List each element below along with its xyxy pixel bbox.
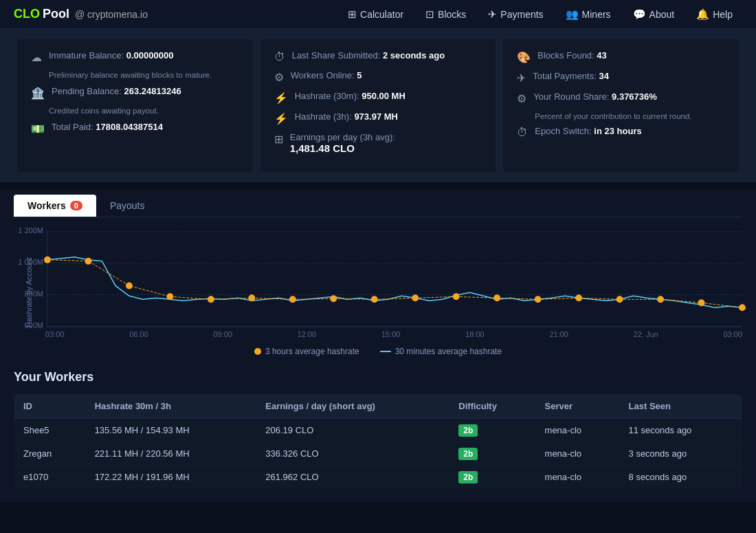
worker-last-seen: 8 seconds ago — [619, 466, 742, 489]
immature-sub: Preliminary balance awaiting blocks to m… — [31, 71, 239, 79]
col-server: Server — [535, 394, 619, 419]
worker-server: mena-clo — [535, 419, 619, 442]
table-row: Zregan 221.11 MH / 220.56 MH 336.326 CLO… — [14, 442, 742, 466]
logo: CLO Pool @ cryptomena.io — [14, 7, 148, 21]
worker-hashrate: 172.22 MH / 191.96 MH — [85, 466, 256, 489]
last-share-row: ⏱ Last Share Submitted: 2 seconds ago — [274, 50, 482, 63]
legend-3h: 3 hours average hashrate — [254, 347, 359, 356]
nav-items: ⊞ Calculator ⊡ Blocks ✈ Payments 👥 Miner… — [338, 4, 742, 25]
worker-id: Shee5 — [14, 419, 85, 442]
worker-difficulty: 2b — [449, 419, 535, 442]
worker-server: mena-clo — [535, 442, 619, 466]
worker-id: e1070 — [14, 466, 85, 489]
worker-difficulty: 2b — [449, 442, 535, 466]
worker-earnings: 261.962 CLO — [256, 466, 449, 489]
payments-icon: ✈ — [488, 8, 497, 21]
svg-point-2 — [126, 282, 133, 289]
blocks-found-icon: 🎨 — [517, 51, 531, 64]
nav-about[interactable]: 💬 About — [623, 4, 685, 25]
immature-balance-row: ☁ Immature Balance: 0.00000000 — [31, 50, 239, 64]
workers-title: Your Workers — [14, 370, 742, 384]
nav-miners[interactable]: 👥 Miners — [556, 4, 621, 25]
cloud-icon: ☁ — [31, 51, 42, 64]
chart-y-label: Hashrate by Account — [14, 231, 40, 327]
chart-area: Hashrate by Account 1 200M 1 000M 800M 6… — [14, 231, 742, 327]
workers-table: ID Hashrate 30m / 3h Earnings / day (sho… — [14, 394, 742, 488]
col-earnings: Earnings / day (short avg) — [256, 394, 449, 419]
stats-col-1: ☁ Immature Balance: 0.00000000 Prelimina… — [17, 39, 253, 172]
total-paid-row: 💵 Total Paid: 17808.04387514 — [31, 122, 239, 135]
diff-badge: 2b — [458, 471, 478, 483]
nav-calculator[interactable]: ⊞ Calculator — [338, 4, 413, 25]
tabs-row: Workers 0 Payouts — [14, 189, 742, 217]
workers-badge: 0 — [70, 201, 82, 210]
about-icon: 💬 — [633, 8, 646, 21]
col-difficulty: Difficulty — [449, 394, 535, 419]
worker-hashrate: 135.56 MH / 154.93 MH — [85, 419, 256, 442]
blocks-found-row: 🎨 Blocks Found: 43 — [517, 50, 725, 64]
table-row: Shee5 135.56 MH / 154.93 MH 206.19 CLO 2… — [14, 419, 742, 442]
col-hashrate: Hashrate 30m / 3h — [85, 394, 256, 419]
gear-icon: ⚙ — [274, 71, 284, 84]
chart-legend: 3 hours average hashrate 30 minutes aver… — [14, 347, 742, 356]
table-row: e1070 172.22 MH / 191.96 MH 261.962 CLO … — [14, 466, 742, 489]
workers-online-row: ⚙ Workers Online: 5 — [274, 70, 482, 84]
earnings-row: ⊞ Earnings per day (3h avg): 1,481.48 CL… — [274, 132, 482, 154]
chart-section: Hashrate by Account 1 200M 1 000M 800M 6… — [0, 217, 756, 363]
hashrate30-row: ⚡ Hashrate (30m): 950.00 MH — [274, 91, 482, 105]
bank-icon: 🏦 — [31, 87, 45, 100]
nav-help[interactable]: 🔔 Help — [687, 4, 742, 25]
round-share-icon: ⚙ — [517, 92, 526, 105]
logo-domain: @ cryptomena.io — [72, 9, 148, 20]
total-payments-icon: ✈ — [517, 72, 526, 85]
hashrate3h-row: ⚡ Hashrate (3h): 973.97 MH — [274, 111, 482, 125]
worker-id: Zregan — [14, 442, 85, 466]
worker-difficulty: 2b — [449, 466, 535, 489]
earnings-icon: ⊞ — [274, 133, 283, 146]
worker-earnings: 206.19 CLO — [256, 419, 449, 442]
pending-balance-row: 🏦 Pending Balance: 263.24813246 — [31, 86, 239, 100]
logo-clo: CLO — [14, 7, 40, 21]
epoch-switch-row: ⏱ Epoch Switch: in 23 hours — [517, 126, 725, 139]
chart-main: 1 200M 1 000M 800M 600M — [47, 231, 742, 327]
nav-payments[interactable]: ✈ Payments — [478, 4, 553, 25]
legend-30m-line — [380, 351, 391, 352]
navbar: CLO Pool @ cryptomena.io ⊞ Calculator ⊡ … — [0, 0, 756, 29]
hashrate-icon: ⚡ — [274, 91, 288, 105]
workers-table-header-row: ID Hashrate 30m / 3h Earnings / day (sho… — [14, 394, 742, 419]
total-payments-row: ✈ Total Payments: 34 — [517, 71, 725, 85]
diff-badge: 2b — [458, 424, 478, 437]
stats-col-2: ⏱ Last Share Submitted: 2 seconds ago ⚙ … — [260, 39, 496, 172]
workers-table-body: Shee5 135.56 MH / 154.93 MH 206.19 CLO 2… — [14, 419, 742, 489]
hashrate3h-icon: ⚡ — [274, 112, 288, 125]
col-id: ID — [14, 394, 85, 419]
tab-payouts[interactable]: Payouts — [96, 195, 159, 217]
diff-badge: 2b — [458, 448, 478, 460]
miners-icon: 👥 — [566, 8, 579, 21]
worker-last-seen: 3 seconds ago — [619, 442, 742, 466]
tab-workers[interactable]: Workers 0 — [14, 195, 96, 217]
tabs-section: Workers 0 Payouts — [0, 189, 756, 217]
money-icon: 💵 — [31, 122, 45, 135]
epoch-icon: ⏱ — [517, 127, 528, 139]
blocks-icon: ⊡ — [425, 8, 434, 21]
worker-server: mena-clo — [535, 466, 619, 489]
nav-blocks[interactable]: ⊡ Blocks — [416, 4, 476, 25]
legend-3h-dot — [254, 348, 261, 355]
calculator-icon: ⊞ — [348, 8, 357, 21]
legend-30m: 30 minutes average hashrate — [380, 347, 502, 356]
worker-last-seen: 11 seconds ago — [619, 419, 742, 442]
worker-earnings: 336.326 CLO — [256, 442, 449, 466]
logo-pool: Pool — [43, 7, 69, 21]
chart-svg — [47, 231, 742, 327]
col-last-seen: Last Seen — [619, 394, 742, 419]
workers-table-head: ID Hashrate 30m / 3h Earnings / day (sho… — [14, 394, 742, 419]
round-share-row: ⚙ Your Round Share: 9.376736% — [517, 91, 725, 105]
pending-sub: Credited coins awaiting payout. — [31, 107, 239, 115]
worker-hashrate: 221.11 MH / 220.56 MH — [85, 442, 256, 466]
stats-col-3: 🎨 Blocks Found: 43 ✈ Total Payments: 34 … — [503, 39, 739, 172]
chart-x-axis: 03:00 06:00 09:00 12:00 15:00 18:00 21:0… — [14, 330, 742, 338]
workers-section: Your Workers ID Hashrate 30m / 3h Earnin… — [0, 363, 756, 502]
clock-icon: ⏱ — [274, 51, 285, 63]
round-sub: Percent of your contribution to current … — [517, 112, 725, 120]
